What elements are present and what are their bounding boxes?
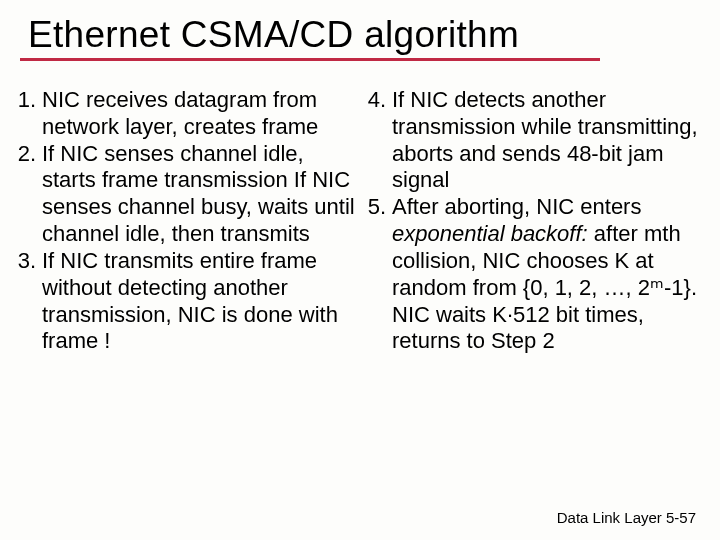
item-number: 2. — [16, 141, 42, 248]
slide-title: Ethernet CSMA/CD algorithm — [0, 0, 720, 58]
left-column: 1. NIC receives datagram from network la… — [16, 87, 364, 355]
right-column: 4. If NIC detects another transmission w… — [364, 87, 708, 355]
slide-footer: Data Link Layer 5-57 — [557, 509, 696, 526]
item-number: 1. — [16, 87, 42, 141]
item-text: NIC receives datagram from network layer… — [42, 87, 358, 141]
item-number: 5. — [366, 194, 392, 355]
content-columns: 1. NIC receives datagram from network la… — [0, 61, 720, 355]
item-text: If NIC senses channel idle, starts frame… — [42, 141, 358, 248]
item-text: If NIC detects another transmission whil… — [392, 87, 708, 194]
list-item: 4. If NIC detects another transmission w… — [366, 87, 708, 194]
item-text: If NIC transmits entire frame without de… — [42, 248, 358, 355]
item-number: 3. — [16, 248, 42, 355]
italic-term: exponential backoff: — [392, 221, 588, 246]
item-number: 4. — [366, 87, 392, 194]
item-text: After aborting, NIC enters exponential b… — [392, 194, 708, 355]
list-item: 2. If NIC senses channel idle, starts fr… — [16, 141, 358, 248]
list-item: 3. If NIC transmits entire frame without… — [16, 248, 358, 355]
list-item: 1. NIC receives datagram from network la… — [16, 87, 358, 141]
list-item: 5. After aborting, NIC enters exponentia… — [366, 194, 708, 355]
